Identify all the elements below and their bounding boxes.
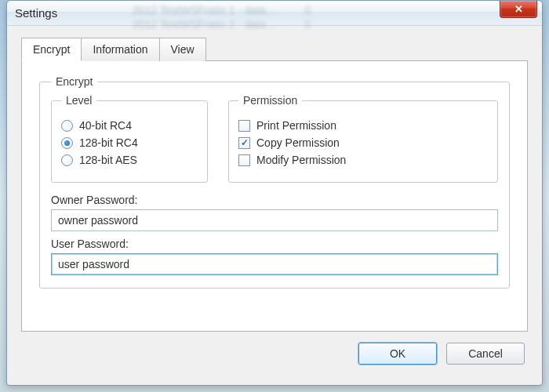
checkbox-icon: ✓ (238, 137, 250, 149)
cancel-button[interactable]: Cancel (446, 343, 525, 365)
button-bar: OK Cancel (21, 332, 528, 365)
user-password-input[interactable] (51, 253, 498, 275)
button-label: OK (390, 347, 405, 360)
level-option-128bit-aes[interactable]: 128-bit AES (61, 154, 198, 166)
encrypt-top-row: Level 40-bit RC4 128-bit RC4 128-bit AES (51, 94, 498, 183)
tab-label: Information (93, 43, 147, 56)
ok-button[interactable]: OK (358, 343, 437, 365)
tab-information[interactable]: Information (81, 38, 159, 61)
level-option-128bit-rc4[interactable]: 128-bit RC4 (61, 136, 198, 149)
checkbox-icon (238, 154, 250, 166)
tab-panel-encrypt: Encrypt Level 40-bit RC4 128-bit RC4 (21, 60, 528, 332)
radio-icon (61, 137, 73, 149)
tab-encrypt[interactable]: Encrypt (21, 38, 82, 61)
close-button[interactable]: ✕ (500, 1, 537, 18)
button-label: Cancel (468, 347, 503, 360)
level-option-label: 128-bit RC4 (79, 136, 138, 149)
tab-label: View (171, 43, 195, 56)
checkbox-icon (238, 120, 250, 132)
level-group-label: Level (61, 94, 96, 107)
permission-option-label: Modify Permission (256, 154, 346, 166)
titlebar: 2012 TestWSFratio 1 - data… 0 2012 TestW… (7, 1, 542, 26)
permission-group-label: Permission (238, 94, 302, 107)
client-area: Encrypt Information View Encrypt Level 4… (7, 26, 542, 376)
permission-option-copy[interactable]: ✓ Copy Permission (238, 136, 488, 149)
permission-option-print[interactable]: Print Permission (238, 119, 488, 132)
radio-icon (61, 154, 73, 166)
permission-option-label: Print Permission (256, 119, 336, 132)
user-password-label: User Password: (51, 238, 498, 250)
level-option-40bit-rc4[interactable]: 40-bit RC4 (61, 119, 198, 132)
password-block: Owner Password: User Password: (51, 194, 498, 275)
tab-label: Encrypt (33, 43, 70, 56)
level-group: Level 40-bit RC4 128-bit RC4 128-bit AES (51, 94, 208, 183)
window-title: Settings (15, 6, 57, 20)
encrypt-group: Encrypt Level 40-bit RC4 128-bit RC4 (39, 75, 510, 289)
encrypt-group-label: Encrypt (51, 75, 97, 88)
radio-icon (61, 120, 73, 132)
permission-group: Permission Print Permission ✓ Copy Permi… (228, 94, 498, 183)
owner-password-label: Owner Password: (51, 194, 498, 206)
level-option-label: 128-bit AES (79, 154, 137, 166)
owner-password-input[interactable] (51, 209, 498, 231)
level-option-label: 40-bit RC4 (79, 119, 132, 132)
permission-option-label: Copy Permission (256, 136, 340, 149)
tab-strip: Encrypt Information View (21, 37, 528, 60)
settings-dialog: 2012 TestWSFratio 1 - data… 0 2012 TestW… (6, 0, 543, 386)
tab-view[interactable]: View (159, 38, 206, 61)
close-icon: ✕ (514, 3, 523, 15)
permission-option-modify[interactable]: Modify Permission (238, 154, 488, 166)
